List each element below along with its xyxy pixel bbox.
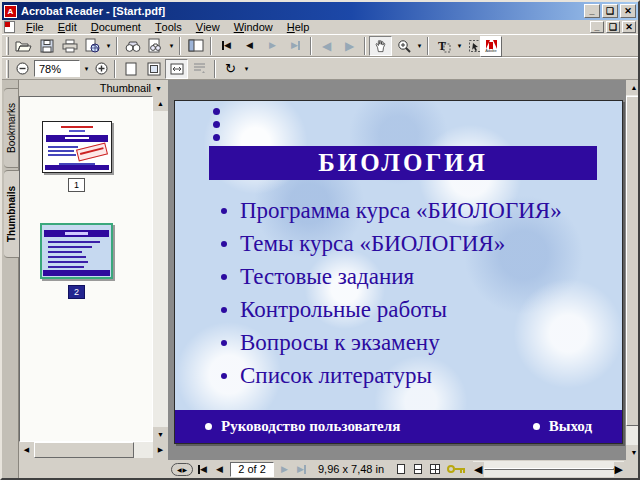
open-button[interactable]: [12, 36, 35, 56]
slide-link-user-guide[interactable]: Руководство пользователя: [205, 418, 400, 435]
menu-edit[interactable]: Edit: [51, 20, 84, 34]
search-dropdown[interactable]: ▾: [167, 36, 176, 56]
menu-file[interactable]: File: [19, 20, 51, 34]
status-first-page-button[interactable]: ◀: [195, 462, 210, 477]
menu-window[interactable]: Window: [227, 20, 280, 34]
close-button[interactable]: ✕: [620, 4, 636, 18]
last-page-button[interactable]: ▶: [284, 36, 307, 56]
scrollbar-thumb[interactable]: [626, 96, 640, 426]
status-previous-page-button[interactable]: ◀: [212, 462, 227, 477]
text-select-dropdown[interactable]: ▾: [455, 36, 464, 56]
thumbnail-page-1-label[interactable]: 1: [68, 178, 85, 192]
toolbar-grip[interactable]: [6, 60, 9, 78]
child-minimize-button[interactable]: _: [590, 21, 604, 33]
fit-in-window-button[interactable]: [142, 59, 165, 79]
previous-page-button[interactable]: ◀: [238, 36, 261, 56]
slide-decoration-dots: [213, 108, 220, 141]
slide-link-topics[interactable]: Темы курса «БИОЛОГИЯ»: [221, 227, 616, 260]
zoom-out-button[interactable]: [12, 59, 32, 78]
toolbar-separator: [310, 37, 312, 55]
slide-link-exam-questions[interactable]: Вопросы к экзамену: [221, 326, 616, 359]
scroll-right-icon[interactable]: ▶: [614, 462, 624, 477]
next-page-button[interactable]: ▶: [261, 36, 284, 56]
scrollbar-thumb[interactable]: [34, 442, 134, 458]
single-page-layout-button[interactable]: [393, 462, 408, 477]
search-button[interactable]: [144, 36, 167, 56]
show-hide-navigation-pane-button[interactable]: [184, 36, 207, 56]
thumbnail-pane: Thumbnail ▼ 1: [19, 80, 168, 460]
reflow-button[interactable]: [188, 59, 211, 79]
scroll-down-icon[interactable]: ▼: [626, 445, 640, 460]
document-horizontal-scrollbar[interactable]: ◀ ▶: [473, 461, 624, 477]
fit-width-button[interactable]: [165, 59, 188, 79]
continuous-facing-layout-button[interactable]: [427, 462, 442, 477]
thumbnail-page-2-selected[interactable]: [40, 223, 113, 279]
scroll-up-icon[interactable]: ▲: [626, 80, 640, 95]
zoom-level-input[interactable]: 78%: [34, 60, 80, 77]
status-bar: ◀▶ ◀ ◀ 2 of 2 ▶ ▶ 9,96 x 7,48 in ◀ ▶: [168, 460, 640, 478]
splitter-toggle-button[interactable]: ◀▶: [171, 463, 193, 476]
document-vertical-scrollbar[interactable]: ▲ ▼: [626, 80, 640, 460]
adobe-label: Adobe: [485, 49, 497, 53]
child-restore-button[interactable]: ❏: [606, 21, 620, 33]
scroll-left-icon[interactable]: ◀: [473, 462, 483, 477]
zoom-tool-button[interactable]: [392, 36, 415, 56]
scroll-right-icon[interactable]: ▶: [153, 442, 168, 458]
scroll-down-icon[interactable]: ▼: [153, 427, 168, 442]
child-close-button[interactable]: ✕: [622, 21, 636, 33]
pdf-document-icon[interactable]: [4, 21, 15, 33]
text-select-tool-button[interactable]: T: [432, 36, 455, 56]
first-page-button[interactable]: ◀: [215, 36, 238, 56]
slide-link-literature[interactable]: Список литературы: [221, 359, 616, 392]
zoom-tool-dropdown[interactable]: ▾: [415, 36, 424, 56]
scroll-left-icon[interactable]: ◀: [19, 442, 34, 458]
tab-bookmarks[interactable]: Bookmarks: [4, 88, 19, 168]
slide-menu: Программа курса «БИОЛОГИЯ» Темы курса «Б…: [221, 194, 616, 392]
slide-link-tests[interactable]: Тестовые задания: [221, 260, 616, 293]
menu-document[interactable]: Document: [84, 20, 148, 34]
page-indicator-input[interactable]: 2 of 2: [230, 462, 274, 477]
previous-view-button[interactable]: ◀: [315, 36, 338, 56]
adobe-logo-icon: [486, 40, 497, 49]
slide-title: БИОЛОГИЯ: [318, 149, 488, 177]
open-web-page-button[interactable]: [81, 36, 104, 56]
status-last-page-button[interactable]: ▶: [294, 462, 309, 477]
adobe-online-button[interactable]: Adobe: [480, 36, 502, 57]
menu-tools[interactable]: Tools: [148, 20, 189, 34]
next-view-button[interactable]: ▶: [338, 36, 361, 56]
restore-button[interactable]: ❏: [602, 4, 618, 18]
thumbnail-pane-menu-label: Thumbnail: [100, 82, 151, 94]
slide-link-program[interactable]: Программа курса «БИОЛОГИЯ»: [221, 194, 616, 227]
status-next-page-button[interactable]: ▶: [277, 462, 292, 477]
slide-link-control-works[interactable]: Контрольные работы: [221, 293, 616, 326]
rotate-view-dropdown[interactable]: ▾: [242, 59, 251, 79]
menu-help[interactable]: Help: [280, 20, 317, 34]
slide-link-exit[interactable]: Выход: [533, 418, 592, 435]
thumbnail-pane-menu[interactable]: Thumbnail ▼: [19, 80, 168, 96]
hand-tool-button[interactable]: [369, 36, 392, 56]
page-indicator-value: 2 of 2: [238, 463, 266, 475]
actual-size-button[interactable]: [119, 59, 142, 79]
thumbnail-page-1[interactable]: [42, 121, 112, 173]
save-button[interactable]: [35, 36, 58, 56]
find-button[interactable]: [121, 36, 144, 56]
minimize-button[interactable]: _: [584, 4, 600, 18]
continuous-layout-button[interactable]: [410, 462, 425, 477]
zoom-in-button[interactable]: [91, 59, 111, 78]
toolbar-separator: [116, 37, 118, 55]
rotate-view-button[interactable]: ↻: [219, 59, 242, 79]
thumbnail-pane-scrollbar[interactable]: ▲ ▼: [153, 96, 168, 442]
scrollbar-thumb[interactable]: [484, 468, 614, 470]
toolbar-grip[interactable]: [6, 37, 9, 55]
thumbnail-page-2-label[interactable]: 2: [68, 285, 85, 299]
toolbar-separator: [427, 37, 429, 55]
tab-thumbnails[interactable]: Thumbnails: [4, 170, 20, 258]
zoom-level-dropdown[interactable]: ▾: [82, 59, 91, 79]
menu-view[interactable]: View: [189, 20, 227, 34]
print-button[interactable]: [58, 36, 81, 56]
title-bar[interactable]: A Acrobat Reader - [Start.pdf] _ ❏ ✕: [2, 2, 638, 20]
thumbnail-pane-hscrollbar[interactable]: ◀ ▶: [19, 442, 168, 458]
security-key-icon[interactable]: [447, 464, 466, 475]
scroll-up-icon[interactable]: ▲: [153, 96, 168, 111]
open-web-page-dropdown[interactable]: ▾: [104, 36, 113, 56]
